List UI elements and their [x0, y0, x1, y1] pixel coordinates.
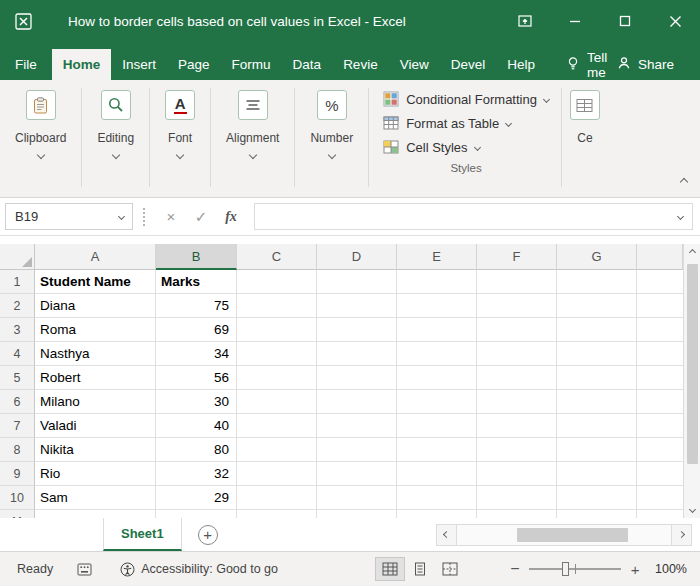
find-icon[interactable]: [101, 90, 131, 120]
cell-G4[interactable]: [557, 342, 637, 366]
cell-B4[interactable]: 34: [156, 342, 237, 366]
cell-C4[interactable]: [237, 342, 317, 366]
cell-A3[interactable]: Roma: [35, 318, 156, 342]
name-box[interactable]: B19: [5, 203, 133, 230]
vertical-scrollbar[interactable]: [683, 244, 700, 518]
accessibility-status[interactable]: Accessibility: Good to go: [120, 562, 278, 577]
cell-F2[interactable]: [477, 294, 557, 318]
cell-F8[interactable]: [477, 438, 557, 462]
normal-view-button[interactable]: [375, 557, 405, 581]
column-header-E[interactable]: E: [397, 244, 477, 270]
cell-F1[interactable]: [477, 270, 557, 294]
column-header-B[interactable]: B: [156, 244, 237, 270]
cell-F11[interactable]: [477, 510, 557, 518]
row-header-5[interactable]: 5: [0, 366, 35, 390]
column-header-F[interactable]: F: [477, 244, 557, 270]
cell-E5[interactable]: [397, 366, 477, 390]
align-icon[interactable]: [238, 90, 268, 120]
formula-bar-splitter[interactable]: [143, 208, 147, 226]
zoom-thumb[interactable]: [562, 562, 569, 576]
cell-G10[interactable]: [557, 486, 637, 510]
share-button[interactable]: Share: [617, 49, 674, 80]
vertical-scroll-thumb[interactable]: [687, 264, 698, 464]
cell-B11[interactable]: [156, 510, 237, 518]
ribbon-group-alignment[interactable]: Alignment: [211, 80, 294, 197]
row-header-11[interactable]: 11: [0, 510, 35, 518]
ribbon-group-number[interactable]: %Number: [295, 80, 368, 197]
chevron-down-icon[interactable]: [249, 151, 257, 159]
cell-A10[interactable]: Sam: [35, 486, 156, 510]
cell-A11[interactable]: [35, 510, 156, 518]
page-break-preview-button[interactable]: [435, 557, 465, 581]
chevron-down-icon[interactable]: [111, 151, 119, 159]
select-all-corner[interactable]: [0, 244, 35, 270]
horizontal-scroll-track[interactable]: [457, 524, 671, 546]
cell-A8[interactable]: Nikita: [35, 438, 156, 462]
cell-A5[interactable]: Robert: [35, 366, 156, 390]
cell-A4[interactable]: Nasthya: [35, 342, 156, 366]
styles-item-conditional-formatting[interactable]: Conditional Formatting: [381, 87, 551, 111]
cell-G1[interactable]: [557, 270, 637, 294]
scroll-right-arrow[interactable]: [671, 524, 692, 546]
cell-E4[interactable]: [397, 342, 477, 366]
cell-F9[interactable]: [477, 462, 557, 486]
cell-E3[interactable]: [397, 318, 477, 342]
vertical-scroll-track[interactable]: [684, 261, 700, 501]
cell-G2[interactable]: [557, 294, 637, 318]
expand-formula-bar-icon[interactable]: [677, 213, 684, 220]
column-header-C[interactable]: C: [237, 244, 317, 270]
row-header-1[interactable]: 1: [0, 270, 35, 294]
cell-C10[interactable]: [237, 486, 317, 510]
cell-E9[interactable]: [397, 462, 477, 486]
macro-record-icon[interactable]: [77, 563, 92, 576]
cell-D7[interactable]: [317, 414, 397, 438]
cell-C9[interactable]: [237, 462, 317, 486]
tab-help[interactable]: Help: [496, 49, 546, 80]
percent-icon[interactable]: %: [317, 90, 347, 120]
cell-F4[interactable]: [477, 342, 557, 366]
formula-input[interactable]: [254, 203, 693, 230]
cell-C6[interactable]: [237, 390, 317, 414]
tab-formu[interactable]: Formu: [221, 49, 282, 80]
cell-C1[interactable]: [237, 270, 317, 294]
sheet-tab-sheet1[interactable]: Sheet1: [103, 518, 182, 551]
row-header-6[interactable]: 6: [0, 390, 35, 414]
row-header-2[interactable]: 2: [0, 294, 35, 318]
styles-item-format-as-table[interactable]: Format as Table: [381, 111, 551, 135]
close-button[interactable]: [650, 0, 700, 42]
scroll-up-arrow[interactable]: [684, 244, 700, 261]
cell-A6[interactable]: Milano: [35, 390, 156, 414]
font-icon[interactable]: A: [165, 90, 195, 120]
cell-D9[interactable]: [317, 462, 397, 486]
ribbon-display-options-icon[interactable]: [500, 0, 550, 42]
zoom-in-button[interactable]: +: [627, 561, 643, 578]
cell-G7[interactable]: [557, 414, 637, 438]
maximize-button[interactable]: [600, 0, 650, 42]
cell-B1[interactable]: Marks: [156, 270, 237, 294]
cell-C2[interactable]: [237, 294, 317, 318]
tab-page[interactable]: Page: [167, 49, 221, 80]
cell-D8[interactable]: [317, 438, 397, 462]
cell-G8[interactable]: [557, 438, 637, 462]
cell-D1[interactable]: [317, 270, 397, 294]
cell-F7[interactable]: [477, 414, 557, 438]
cell-F10[interactable]: [477, 486, 557, 510]
horizontal-scroll-thumb[interactable]: [517, 528, 628, 542]
cell-D4[interactable]: [317, 342, 397, 366]
new-sheet-button[interactable]: +: [198, 525, 218, 545]
cell-B6[interactable]: 30: [156, 390, 237, 414]
scroll-left-arrow[interactable]: [436, 524, 457, 546]
column-header-D[interactable]: D: [317, 244, 397, 270]
tab-view[interactable]: View: [389, 49, 440, 80]
minimize-button[interactable]: [550, 0, 600, 42]
cell-C8[interactable]: [237, 438, 317, 462]
tab-file[interactable]: File: [0, 49, 52, 80]
cell-D2[interactable]: [317, 294, 397, 318]
row-header-4[interactable]: 4: [0, 342, 35, 366]
cell-F6[interactable]: [477, 390, 557, 414]
cell-D3[interactable]: [317, 318, 397, 342]
cell-B7[interactable]: 40: [156, 414, 237, 438]
collapse-ribbon-button[interactable]: [681, 171, 687, 189]
row-header-7[interactable]: 7: [0, 414, 35, 438]
row-header-3[interactable]: 3: [0, 318, 35, 342]
